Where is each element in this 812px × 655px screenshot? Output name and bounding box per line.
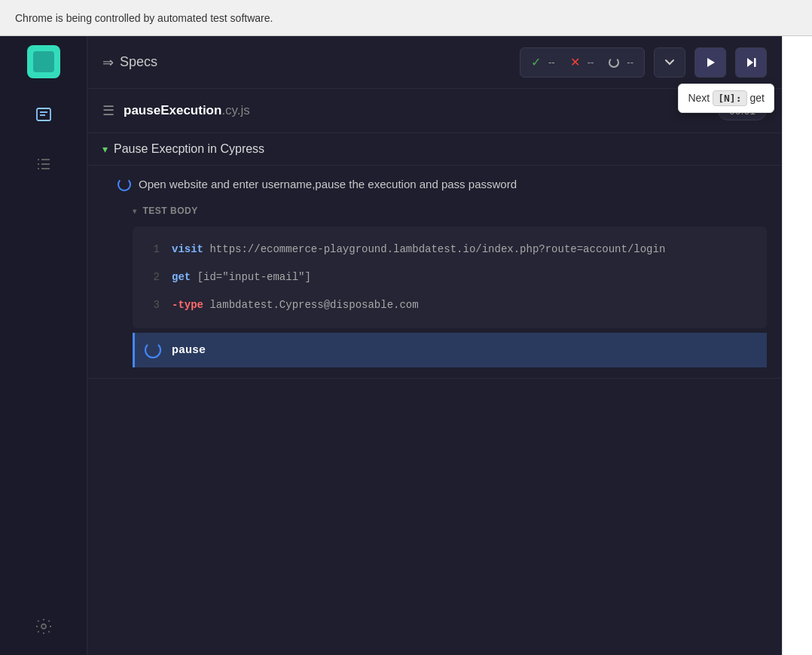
line-num-1: 1 — [145, 242, 160, 257]
active-pause-row: pause — [133, 333, 767, 367]
svg-rect-12 — [754, 58, 756, 67]
settings-icon — [35, 617, 53, 635]
code-line-2: 2 get [id="input-email"] — [133, 264, 767, 291]
svg-rect-8 — [38, 168, 39, 169]
svg-marker-10 — [707, 58, 715, 67]
test-case-header: Open website and enter username,pause th… — [118, 176, 767, 192]
test-body-header[interactable]: ▾ TEST BODY — [133, 200, 767, 222]
code-url: https://ecommerce-playground.lambdatest.… — [209, 243, 665, 255]
code-content-1: visit https://ecommerce-playground.lambd… — [172, 242, 755, 257]
sidebar-item-code[interactable] — [30, 101, 57, 128]
pause-command: pause — [172, 344, 206, 357]
pause-spinner — [145, 342, 161, 358]
code-line-3: 3 -type lambdatest.Cypress@disposable.co… — [133, 291, 767, 319]
next-button[interactable] — [735, 47, 767, 78]
keyword-get: get — [172, 271, 191, 283]
specs-nav-label: Specs — [120, 54, 157, 70]
main-panel: ⇒ Specs ✓ -- ✕ -- -- — [87, 36, 782, 655]
file-name: pauseExecution.cy.js — [124, 103, 250, 118]
file-ext: .cy.js — [221, 103, 249, 117]
play-button[interactable] — [694, 47, 726, 78]
pending-count: -- — [627, 56, 633, 68]
content-area: ☰ pauseExecution.cy.js 00:01 ▾ Pause Exe… — [87, 89, 782, 655]
keyword-visit: visit — [172, 243, 203, 255]
test-spinning-indicator — [118, 178, 131, 191]
test-body-label: TEST BODY — [143, 206, 198, 216]
suite-collapse-icon: ▾ — [102, 143, 108, 155]
file-icon: ☰ — [102, 102, 114, 119]
body-chevron: ▾ — [133, 207, 137, 215]
play-icon — [704, 56, 717, 69]
line-num-2: 2 — [145, 270, 160, 285]
fail-icon: ✕ — [570, 55, 580, 69]
svg-rect-6 — [38, 159, 39, 160]
tooltip-label: Next — [688, 92, 710, 104]
test-case: Open website and enter username,pause th… — [87, 166, 782, 379]
chrome-banner-text: Chrome is being controlled by automated … — [15, 12, 273, 24]
code-content-3: -type lambdatest.Cypress@disposable.com — [172, 297, 755, 313]
pass-count: -- — [548, 56, 555, 68]
suite-title: Pause Execption in Cypress — [114, 142, 264, 156]
tooltip-action: get — [750, 92, 765, 104]
test-body: ▾ TEST BODY 1 visit https: — [133, 200, 767, 367]
list-icon — [35, 155, 53, 173]
fail-count: -- — [588, 56, 594, 68]
skip-next-icon — [744, 56, 758, 69]
svg-point-9 — [41, 624, 46, 629]
test-description: Open website and enter username,pause th… — [139, 176, 517, 192]
pass-icon: ✓ — [531, 55, 541, 69]
specs-nav[interactable]: ⇒ Specs — [102, 54, 157, 71]
pending-icon — [609, 57, 619, 68]
sidebar-item-settings[interactable] — [30, 613, 57, 640]
dropdown-button[interactable] — [654, 47, 685, 78]
code-email: lambdatest.Cypress@disposable.com — [209, 299, 418, 311]
code-selector: [id="input-email"] — [197, 271, 311, 283]
code-line-1: 1 visit https://ecommerce-playground.lam… — [133, 236, 767, 264]
svg-rect-7 — [38, 163, 39, 165]
svg-rect-0 — [37, 108, 50, 120]
keyword-type: -type — [172, 299, 203, 311]
logo-inner — [33, 51, 54, 72]
chevron-down-icon — [663, 56, 676, 69]
specs-nav-icon: ⇒ — [102, 54, 114, 71]
code-icon — [35, 105, 53, 123]
line-num-3: 3 — [145, 297, 160, 313]
app-container: ⇒ Specs ✓ -- ✕ -- -- — [0, 36, 812, 655]
toolbar: ⇒ Specs ✓ -- ✕ -- -- — [87, 36, 782, 89]
chrome-banner: Chrome is being controlled by automated … — [0, 0, 812, 36]
next-tooltip: Next [N]: get — [678, 84, 774, 113]
next-button-container: Next [N]: get — [735, 47, 767, 78]
right-panel — [782, 36, 812, 655]
app-logo[interactable] — [27, 45, 60, 78]
test-suite: ▾ Pause Execption in Cypress Open websit… — [87, 133, 782, 379]
suite-header[interactable]: ▾ Pause Execption in Cypress — [87, 133, 782, 166]
code-content-2: get [id="input-email"] — [172, 270, 755, 285]
file-name-base: pauseExecution — [124, 103, 221, 117]
status-bar: ✓ -- ✕ -- -- — [520, 47, 645, 78]
sidebar-item-list[interactable] — [30, 151, 57, 178]
code-block: 1 visit https://ecommerce-playground.lam… — [133, 227, 767, 328]
tooltip-key: [N]: — [713, 90, 746, 106]
sidebar — [0, 36, 87, 655]
svg-marker-11 — [747, 58, 753, 67]
